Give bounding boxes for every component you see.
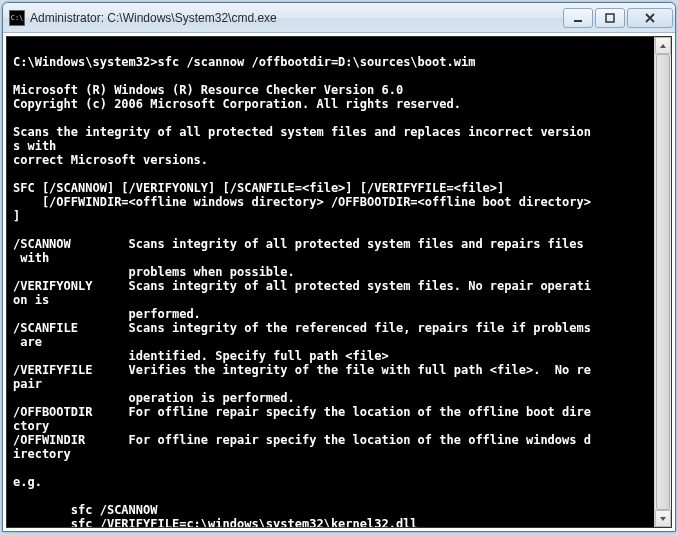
output-line: ctory xyxy=(13,419,49,433)
maximize-button[interactable] xyxy=(595,8,625,28)
output-line: problems when possible. xyxy=(13,265,295,279)
output-line: SFC [/SCANNOW] [/VERIFYONLY] [/SCANFILE=… xyxy=(13,181,504,195)
console-area[interactable]: C:\Windows\system32>sfc /scannow /offboo… xyxy=(6,36,672,528)
close-button[interactable] xyxy=(627,8,673,28)
output-line: with xyxy=(13,251,49,265)
output-line: /SCANNOW Scans integrity of all protecte… xyxy=(13,237,584,251)
output-line: s with xyxy=(13,139,56,153)
output-line: /OFFWINDIR For offline repair specify th… xyxy=(13,433,591,447)
scroll-up-button[interactable] xyxy=(655,37,671,54)
scroll-thumb[interactable] xyxy=(656,54,670,510)
command-text: sfc /scannow /offbootdir=D:\sources\boot… xyxy=(158,55,476,69)
console-output: C:\Windows\system32>sfc /scannow /offboo… xyxy=(13,41,671,528)
output-line: Scans the integrity of all protected sys… xyxy=(13,125,591,139)
output-line: pair xyxy=(13,377,42,391)
titlebar[interactable]: C:\ Administrator: C:\Windows\System32\c… xyxy=(3,3,675,33)
output-line: identified. Specify full path <file> xyxy=(13,349,389,363)
output-line: Microsoft (R) Windows (R) Resource Check… xyxy=(13,83,403,97)
output-line: /VERIFYFILE Verifies the integrity of th… xyxy=(13,363,591,377)
output-line: e.g. xyxy=(13,475,42,489)
output-line: sfc /VERIFYFILE=c:\windows\system32\kern… xyxy=(13,517,418,528)
output-line: /VERIFYONLY Scans integrity of all prote… xyxy=(13,279,591,293)
svg-rect-1 xyxy=(606,14,614,22)
output-line: /SCANFILE Scans integrity of the referen… xyxy=(13,321,591,335)
output-line: Copyright (c) 2006 Microsoft Corporation… xyxy=(13,97,461,111)
window-title: Administrator: C:\Windows\System32\cmd.e… xyxy=(30,11,561,25)
cmd-window: C:\ Administrator: C:\Windows\System32\c… xyxy=(2,2,676,532)
window-controls xyxy=(561,8,673,28)
cmd-icon: C:\ xyxy=(9,10,25,26)
output-line: performed. xyxy=(13,307,201,321)
scroll-track[interactable] xyxy=(655,54,671,510)
minimize-button[interactable] xyxy=(563,8,593,28)
output-line: ] xyxy=(13,209,20,223)
output-line: [/OFFWINDIR=<offline windows directory> … xyxy=(13,195,591,209)
svg-rect-0 xyxy=(574,20,582,22)
output-line: irectory xyxy=(13,447,71,461)
output-line: on is xyxy=(13,293,49,307)
output-line: are xyxy=(13,335,42,349)
output-line: correct Microsoft versions. xyxy=(13,153,208,167)
vertical-scrollbar[interactable] xyxy=(654,37,671,527)
prompt: C:\Windows\system32> xyxy=(13,55,158,69)
output-line: operation is performed. xyxy=(13,391,295,405)
scroll-down-button[interactable] xyxy=(655,510,671,527)
output-line: sfc /SCANNOW xyxy=(13,503,158,517)
output-line: /OFFBOOTDIR For offline repair specify t… xyxy=(13,405,591,419)
